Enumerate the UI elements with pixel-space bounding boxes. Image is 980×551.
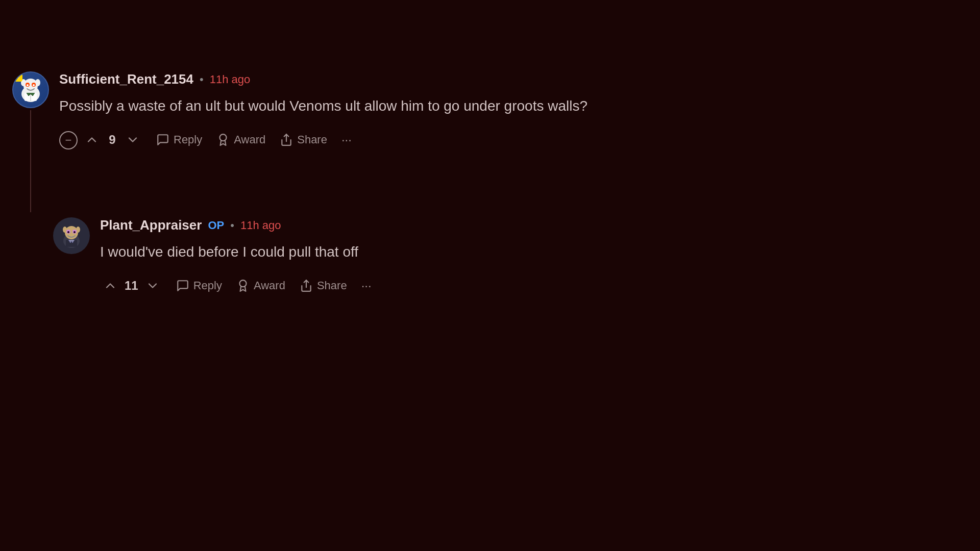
award-icon-2 xyxy=(236,279,250,292)
op-badge: OP xyxy=(208,219,224,232)
svg-point-19 xyxy=(74,231,76,233)
svg-point-3 xyxy=(35,79,40,86)
svg-point-14 xyxy=(63,227,67,233)
reply-connector xyxy=(51,217,92,296)
action-bar-2: 11 Reply xyxy=(100,275,980,296)
reply-button-1[interactable]: Reply xyxy=(151,129,207,151)
username-1: Sufficient_Rent_2154 xyxy=(59,71,193,87)
upvote-button-1[interactable] xyxy=(82,130,102,150)
avatar-2 xyxy=(53,217,90,254)
share-button-2[interactable]: Share xyxy=(295,275,352,296)
dot-sep-2: • xyxy=(230,219,234,232)
svg-point-15 xyxy=(76,227,80,233)
award-button-2[interactable]: Award xyxy=(231,275,290,296)
svg-point-7 xyxy=(33,84,35,86)
reply-label-2: Reply xyxy=(193,279,222,292)
comment-text-1: Possibly a waste of an ult but would Ven… xyxy=(59,95,980,117)
comment-item-1: ⭐ xyxy=(10,71,980,212)
avatar-badge-1: ⭐ xyxy=(12,71,22,82)
timestamp-1: 11h ago xyxy=(210,73,251,86)
comment-header-1: Sufficient_Rent_2154 • 11h ago xyxy=(59,71,980,87)
svg-point-18 xyxy=(67,231,69,233)
username-2: Plant_Appraiser xyxy=(100,217,202,233)
action-bar-1: − 9 xyxy=(59,129,980,151)
reply-icon-1 xyxy=(156,133,169,146)
share-button-1[interactable]: Share xyxy=(275,129,332,151)
page-container: ⭐ xyxy=(0,0,980,551)
thread-line-1 xyxy=(30,110,31,212)
downvote-icon-2 xyxy=(145,279,160,293)
upvote-icon-2 xyxy=(103,279,117,293)
timestamp-2: 11h ago xyxy=(240,219,281,232)
reply-content: Plant_Appraiser OP • 11h ago I would've … xyxy=(92,217,980,296)
reply-thread: Plant_Appraiser OP • 11h ago I would've … xyxy=(51,217,980,296)
award-icon-1 xyxy=(216,133,230,146)
more-button-1[interactable]: ··· xyxy=(336,130,357,150)
downvote-button-1[interactable] xyxy=(122,130,143,150)
avatar-1: ⭐ xyxy=(12,71,49,108)
vote-count-1: 9 xyxy=(106,133,118,147)
upvote-button-2[interactable] xyxy=(100,276,120,296)
comment-content-1: Sufficient_Rent_2154 • 11h ago Possibly … xyxy=(51,71,980,161)
reply-icon-2 xyxy=(176,279,189,292)
more-button-2[interactable]: ··· xyxy=(356,276,377,296)
avatar-snoo-svg-2 xyxy=(56,220,87,251)
collapse-button-1[interactable]: − xyxy=(59,131,78,149)
share-label-2: Share xyxy=(317,279,347,292)
downvote-button-2[interactable] xyxy=(142,276,163,296)
comment-thread: ⭐ xyxy=(10,71,980,296)
downvote-icon-1 xyxy=(126,133,140,147)
award-button-1[interactable]: Award xyxy=(211,129,271,151)
share-label-1: Share xyxy=(297,133,327,146)
share-icon-1 xyxy=(280,133,293,146)
share-icon-2 xyxy=(300,279,313,292)
dot-sep-1: • xyxy=(200,73,204,86)
award-label-2: Award xyxy=(254,279,285,292)
vote-section-1: 9 xyxy=(82,130,143,150)
award-label-1: Award xyxy=(234,133,265,146)
reply-button-2[interactable]: Reply xyxy=(171,275,227,296)
vote-count-2: 11 xyxy=(125,279,138,293)
reply-label-1: Reply xyxy=(174,133,202,146)
svg-point-6 xyxy=(27,84,29,86)
comment-header-2: Plant_Appraiser OP • 11h ago xyxy=(100,217,980,233)
upvote-icon-1 xyxy=(85,133,99,147)
vote-section-2: 11 xyxy=(100,276,163,296)
comment-text-2: I would've died before I could pull that… xyxy=(100,241,980,263)
avatar-col-1: ⭐ xyxy=(10,71,51,212)
